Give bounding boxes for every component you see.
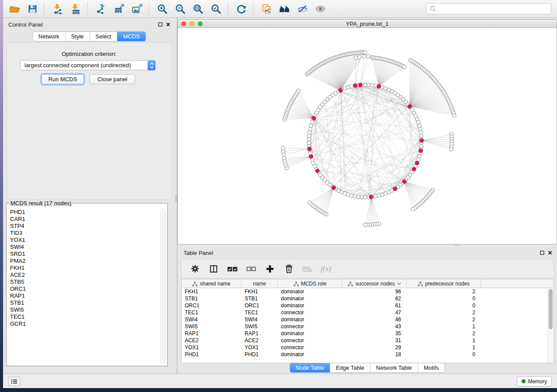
table-row[interactable]: ACE2ACE2connector311 bbox=[182, 337, 554, 344]
refresh-view-button[interactable] bbox=[232, 1, 250, 16]
tab-network-table[interactable]: Network Table bbox=[370, 363, 418, 372]
network-node[interactable] bbox=[374, 195, 377, 198]
network-node[interactable] bbox=[412, 207, 415, 211]
tab-mcds[interactable]: MCDS bbox=[117, 32, 145, 41]
mcds-result-item[interactable]: SWI4 bbox=[7, 244, 159, 251]
open-file-button[interactable] bbox=[6, 1, 24, 16]
mcds-node[interactable] bbox=[377, 84, 381, 88]
mcds-node[interactable] bbox=[332, 186, 336, 190]
network-node[interactable] bbox=[403, 65, 406, 69]
network-node[interactable] bbox=[384, 192, 387, 195]
network-node[interactable] bbox=[377, 194, 381, 197]
network-node[interactable] bbox=[363, 51, 367, 54]
network-node[interactable] bbox=[353, 195, 356, 198]
network-node[interactable] bbox=[381, 86, 384, 89]
table-row[interactable]: FKH1FKH1dominator962 bbox=[182, 288, 554, 295]
mcds-result-item[interactable]: RAP1 bbox=[7, 292, 159, 299]
close-panel-button[interactable]: Close panel bbox=[90, 74, 135, 84]
mcds-result-item[interactable]: FKH1 bbox=[7, 265, 159, 272]
zoom-in-button[interactable] bbox=[153, 1, 171, 16]
zoom-selected-button[interactable] bbox=[207, 1, 225, 16]
zoom-out-button[interactable] bbox=[171, 1, 189, 16]
network-node[interactable] bbox=[308, 134, 311, 138]
mcds-result-item[interactable]: TID3 bbox=[7, 230, 159, 237]
table-row[interactable]: RAP1RAP1dominator352 bbox=[182, 330, 554, 337]
mcds-result-item[interactable]: PMA2 bbox=[7, 258, 159, 265]
network-node[interactable] bbox=[450, 148, 453, 151]
network-node[interactable] bbox=[363, 83, 367, 86]
mcds-result-item[interactable]: SRD1 bbox=[7, 251, 159, 258]
network-node[interactable] bbox=[308, 127, 312, 131]
table-row[interactable]: SWI5SWI5connector431 bbox=[182, 323, 554, 330]
table-row[interactable]: STB1STB1dominator620 bbox=[182, 295, 554, 302]
delete-column-button[interactable] bbox=[283, 262, 294, 275]
network-node[interactable] bbox=[307, 138, 311, 141]
export-network-button[interactable] bbox=[92, 1, 110, 16]
column-header-name[interactable]: name bbox=[242, 279, 278, 288]
mcds-node[interactable] bbox=[402, 179, 406, 183]
mcds-result-item[interactable]: YOX1 bbox=[7, 237, 159, 244]
select-all-button[interactable] bbox=[227, 262, 238, 275]
network-canvas[interactable] bbox=[178, 28, 557, 244]
network-node[interactable] bbox=[381, 193, 384, 196]
show-columns-button[interactable] bbox=[208, 262, 219, 275]
mcds-node[interactable] bbox=[419, 149, 423, 153]
network-node[interactable] bbox=[281, 150, 285, 153]
mcds-result-item[interactable]: TEC1 bbox=[7, 313, 159, 320]
float-table-panel-icon[interactable] bbox=[540, 250, 545, 255]
network-node[interactable] bbox=[370, 83, 374, 87]
network-node[interactable] bbox=[308, 131, 311, 134]
column-header-MCDS-role[interactable]: MCDS role bbox=[278, 279, 343, 288]
tab-style[interactable]: Style bbox=[65, 32, 90, 41]
network-node[interactable] bbox=[358, 55, 361, 59]
tab-edge-table[interactable]: Edge Table bbox=[330, 363, 370, 372]
table-row[interactable]: ORC1ORC1dominator610 bbox=[182, 302, 554, 309]
network-node[interactable] bbox=[297, 89, 300, 93]
mcds-result-item[interactable]: STB1 bbox=[7, 299, 159, 306]
mcds-node[interactable] bbox=[408, 104, 412, 108]
mcds-result-item[interactable]: SWI5 bbox=[7, 306, 159, 313]
mcds-result-item[interactable]: ACE2 bbox=[7, 272, 159, 279]
result-list-scrollbar[interactable] bbox=[160, 208, 166, 364]
mcds-node[interactable] bbox=[339, 89, 343, 93]
network-node[interactable] bbox=[309, 124, 313, 127]
table-settings-button[interactable] bbox=[189, 262, 201, 275]
network-node[interactable] bbox=[307, 141, 311, 144]
network-node[interactable] bbox=[367, 55, 370, 58]
export-table-button[interactable] bbox=[110, 1, 128, 16]
tab-motifs[interactable]: Motifs bbox=[418, 363, 445, 372]
mcds-node[interactable] bbox=[393, 187, 397, 191]
network-node[interactable] bbox=[360, 196, 363, 199]
network-node[interactable] bbox=[354, 56, 357, 59]
deselect-all-button[interactable] bbox=[246, 262, 257, 275]
mcds-node[interactable] bbox=[308, 147, 311, 151]
mcds-result-item[interactable]: ORC1 bbox=[7, 285, 159, 292]
mcds-node[interactable] bbox=[412, 167, 416, 171]
network-node[interactable] bbox=[282, 156, 286, 160]
mcds-node[interactable] bbox=[315, 169, 319, 173]
import-network-button[interactable] bbox=[49, 1, 67, 16]
network-node[interactable] bbox=[418, 155, 421, 158]
search-input[interactable] bbox=[439, 6, 547, 12]
show-all-button[interactable] bbox=[311, 1, 329, 16]
table-row[interactable]: TEC1TEC1connector472 bbox=[182, 309, 554, 316]
network-titlebar[interactable]: YPA_prune.txt_1 bbox=[178, 20, 557, 28]
network-node[interactable] bbox=[356, 195, 360, 199]
mcds-node[interactable] bbox=[353, 84, 357, 88]
column-header-predecessor-nodes[interactable]: predecessor nodes bbox=[407, 279, 481, 288]
mcds-result-item[interactable]: CAR1 bbox=[7, 216, 159, 223]
table-scrollbar[interactable] bbox=[547, 288, 554, 363]
close-panel-icon[interactable] bbox=[166, 22, 171, 27]
save-session-button[interactable] bbox=[24, 1, 42, 16]
memory-button[interactable]: Memory bbox=[517, 376, 552, 386]
add-column-button[interactable] bbox=[264, 262, 276, 275]
mcds-node[interactable] bbox=[420, 139, 424, 143]
network-node[interactable] bbox=[419, 127, 422, 131]
duplicate-network-button[interactable] bbox=[258, 1, 276, 16]
tab-select[interactable]: Select bbox=[90, 32, 117, 41]
column-header-successor-nodes[interactable]: successor nodes bbox=[343, 279, 407, 288]
network-node[interactable] bbox=[346, 86, 350, 89]
network-node[interactable] bbox=[419, 131, 422, 134]
splitter-grip[interactable] bbox=[175, 195, 177, 202]
close-table-panel-icon[interactable] bbox=[547, 250, 553, 255]
